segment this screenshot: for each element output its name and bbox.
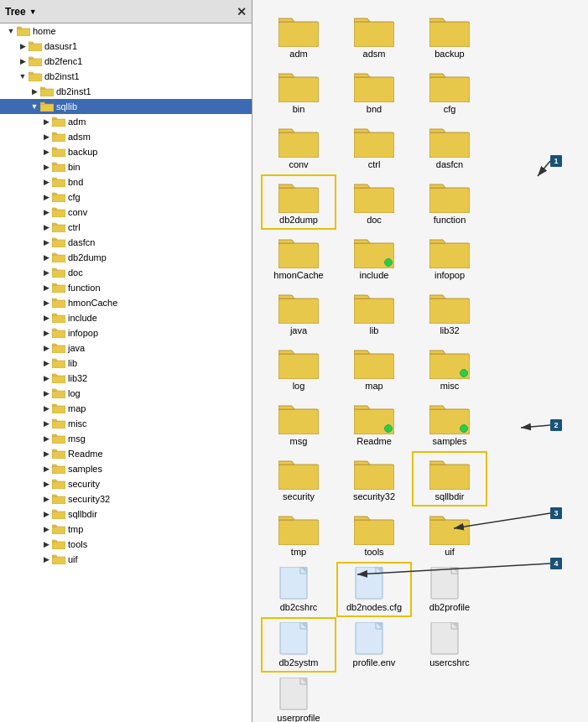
- tree-expand-bnd[interactable]: ▶: [40, 176, 52, 188]
- grid-item-security[interactable]: security: [261, 451, 336, 506]
- tree-item-db2dump[interactable]: ▶ db2dump: [0, 250, 252, 265]
- tree-item-db2inst1-sub[interactable]: ▶ db2inst1: [0, 84, 252, 99]
- tree-item-msg[interactable]: ▶ msg: [0, 431, 252, 446]
- tree-expand-conv[interactable]: ▶: [40, 206, 52, 218]
- tree-expand-home[interactable]: ▼: [5, 25, 17, 37]
- tree-item-security32[interactable]: ▶ security32: [0, 491, 252, 506]
- tree-item-dasusr1[interactable]: ▶ dasusr1: [0, 39, 252, 54]
- tree-expand-Readme[interactable]: ▶: [40, 448, 52, 460]
- grid-item-map[interactable]: map: [336, 340, 412, 396]
- grid-item-infopop[interactable]: infopop: [412, 230, 487, 285]
- tree-expand-hmonCache[interactable]: ▶: [40, 297, 52, 309]
- tree-expand-cfg[interactable]: ▶: [40, 191, 52, 203]
- tree-expand-db2dump[interactable]: ▶: [40, 252, 52, 263]
- grid-item-uif[interactable]: uif: [412, 506, 487, 562]
- tree-expand-uif[interactable]: ▶: [40, 553, 52, 565]
- tree-expand-db2inst1-top[interactable]: ▼: [17, 70, 29, 82]
- grid-item-doc[interactable]: doc: [336, 174, 412, 230]
- tree-item-infopop[interactable]: ▶ infopop: [0, 325, 252, 340]
- tree-item-function[interactable]: ▶ function: [0, 280, 252, 295]
- tree-expand-infopop[interactable]: ▶: [40, 327, 52, 339]
- tree-item-misc[interactable]: ▶ misc: [0, 416, 252, 431]
- tree-item-cfg[interactable]: ▶ cfg: [0, 190, 252, 205]
- tree-expand-samples[interactable]: ▶: [40, 463, 52, 475]
- tree-item-home[interactable]: ▼ home: [0, 23, 252, 39]
- grid-item-Readme[interactable]: Readme: [336, 396, 412, 451]
- tree-expand-bin[interactable]: ▶: [40, 161, 52, 173]
- tree-item-log[interactable]: ▶ log: [0, 386, 252, 401]
- tree-item-backup[interactable]: ▶ backup: [0, 144, 252, 159]
- grid-item-db2dump[interactable]: db2dump: [261, 174, 336, 230]
- grid-item-db2profile[interactable]: db2profile: [412, 562, 487, 617]
- tree-expand-db2fenc1[interactable]: ▶: [17, 55, 29, 67]
- grid-item-tools[interactable]: tools: [336, 506, 412, 562]
- grid-item-profile-env[interactable]: profile.env: [336, 617, 412, 673]
- grid-item-misc[interactable]: misc: [412, 340, 487, 396]
- tree-item-include[interactable]: ▶ include: [0, 310, 252, 325]
- grid-item-msg[interactable]: msg: [261, 396, 336, 451]
- grid-item-conv[interactable]: conv: [261, 119, 336, 174]
- tree-dropdown-icon[interactable]: ▼: [29, 8, 37, 16]
- tree-item-bin[interactable]: ▶ bin: [0, 159, 252, 174]
- tree-item-conv[interactable]: ▶ conv: [0, 205, 252, 220]
- tree-item-dasfcn[interactable]: ▶ dasfcn: [0, 235, 252, 250]
- right-panel[interactable]: 1 2 3 4: [252, 0, 588, 722]
- tree-item-ctrl[interactable]: ▶ ctrl: [0, 220, 252, 235]
- tree-item-adsm[interactable]: ▶ adsm: [0, 129, 252, 144]
- grid-item-backup[interactable]: backup: [412, 8, 487, 64]
- tree-expand-adm[interactable]: ▶: [40, 116, 52, 127]
- tree-expand-ctrl[interactable]: ▶: [40, 221, 52, 233]
- tree-expand-lib32[interactable]: ▶: [40, 372, 52, 384]
- tree-expand-tools[interactable]: ▶: [40, 538, 52, 550]
- tree-expand-map[interactable]: ▶: [40, 403, 52, 414]
- grid-item-samples[interactable]: samples: [412, 396, 487, 451]
- tree-item-java[interactable]: ▶ java: [0, 340, 252, 356]
- tree-expand-lib[interactable]: ▶: [40, 357, 52, 369]
- grid-item-adsm[interactable]: adsm: [336, 8, 412, 64]
- grid-item-bin[interactable]: bin: [261, 64, 336, 119]
- grid-item-tmp[interactable]: tmp: [261, 506, 336, 562]
- tree-item-security[interactable]: ▶ security: [0, 476, 252, 491]
- grid-item-function[interactable]: function: [412, 174, 487, 230]
- tree-item-sqllib[interactable]: ▼ sqllib: [0, 99, 252, 114]
- tree-expand-tmp[interactable]: ▶: [40, 523, 52, 535]
- tree-expand-msg[interactable]: ▶: [40, 433, 52, 444]
- grid-item-hmonCache[interactable]: hmonCache: [261, 230, 336, 285]
- tree-item-Readme[interactable]: ▶ Readme: [0, 446, 252, 461]
- tree-item-doc[interactable]: ▶ doc: [0, 265, 252, 280]
- grid-item-userprofile[interactable]: userprofile: [261, 673, 336, 722]
- tree-item-lib[interactable]: ▶ lib: [0, 356, 252, 371]
- tree-expand-db2inst1-sub[interactable]: ▶: [29, 86, 40, 97]
- tree-expand-security32[interactable]: ▶: [40, 493, 52, 505]
- grid-item-security32[interactable]: security32: [336, 451, 412, 506]
- tree-item-lib32[interactable]: ▶ lib32: [0, 371, 252, 386]
- tree-body[interactable]: ▼ home ▶ dasusr1 ▶: [0, 23, 252, 722]
- tree-expand-sqllbdir[interactable]: ▶: [40, 508, 52, 520]
- tree-item-map[interactable]: ▶ map: [0, 401, 252, 416]
- tree-expand-misc[interactable]: ▶: [40, 418, 52, 429]
- grid-item-db2nodes-cfg[interactable]: db2nodes.cfg: [336, 562, 412, 617]
- grid-item-java[interactable]: java: [261, 285, 336, 340]
- grid-item-include[interactable]: include: [336, 230, 412, 285]
- tree-expand-adsm[interactable]: ▶: [40, 131, 52, 143]
- grid-item-adm[interactable]: adm: [261, 8, 336, 64]
- grid-item-dasfcn[interactable]: dasfcn: [412, 119, 487, 174]
- grid-item-cfg[interactable]: cfg: [412, 64, 487, 119]
- grid-item-usercshrc[interactable]: usercshrc: [412, 617, 487, 673]
- grid-item-lib32[interactable]: lib32: [412, 285, 487, 340]
- tree-expand-java[interactable]: ▶: [40, 342, 52, 354]
- tree-item-tools[interactable]: ▶ tools: [0, 537, 252, 552]
- tree-expand-include[interactable]: ▶: [40, 312, 52, 324]
- tree-expand-backup[interactable]: ▶: [40, 146, 52, 158]
- tree-expand-doc[interactable]: ▶: [40, 267, 52, 278]
- grid-item-db2cshrc[interactable]: db2cshrc: [261, 562, 336, 617]
- grid-item-ctrl[interactable]: ctrl: [336, 119, 412, 174]
- tree-expand-dasusr1[interactable]: ▶: [17, 40, 29, 52]
- grid-item-lib[interactable]: lib: [336, 285, 412, 340]
- tree-item-samples[interactable]: ▶ samples: [0, 461, 252, 476]
- tree-item-db2inst1-top[interactable]: ▼ db2inst1: [0, 69, 252, 84]
- tree-item-uif[interactable]: ▶ uif: [0, 552, 252, 567]
- tree-item-bnd[interactable]: ▶ bnd: [0, 174, 252, 190]
- tree-expand-function[interactable]: ▶: [40, 282, 52, 293]
- grid-item-log[interactable]: log: [261, 340, 336, 396]
